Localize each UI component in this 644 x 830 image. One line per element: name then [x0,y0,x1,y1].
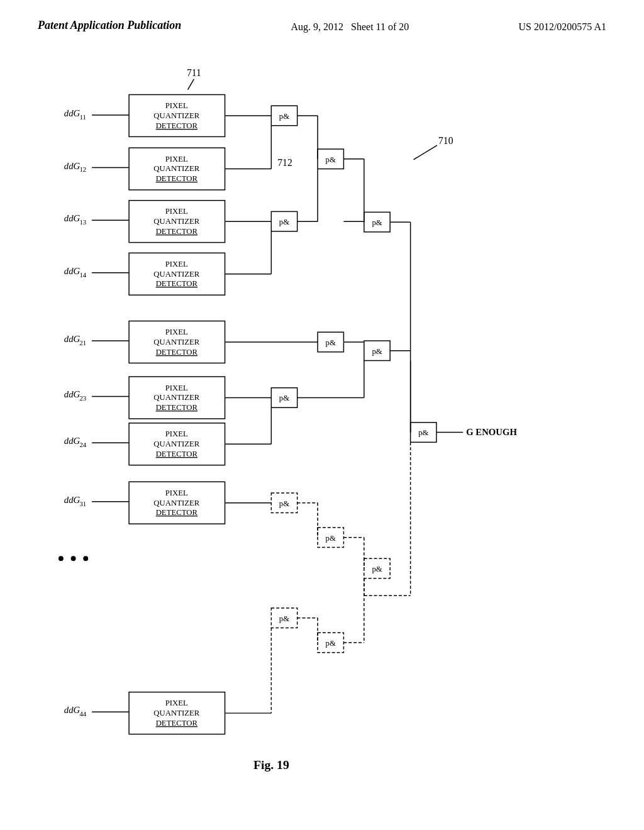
label-ddg31-sub: 31 [79,500,86,507]
svg-text:DETECTOR: DETECTOR [156,174,198,183]
label-ddg44: ddG [64,705,80,715]
svg-text:p&: p& [279,218,289,226]
label-ddg21-sub: 21 [79,339,86,346]
svg-text:PIXEL: PIXEL [165,260,188,268]
ellipsis-dot1 [58,556,64,561]
svg-text:PIXEL: PIXEL [165,155,188,163]
label-ddg14-sub: 14 [79,271,86,279]
label-ddg11: ddG [64,108,80,118]
publication-title: Patent Application Publication [38,19,181,32]
label-g-enough: G ENOUGH [466,427,517,437]
page-header: Patent Application Publication Aug. 9, 2… [0,0,644,39]
svg-line-1 [414,145,437,160]
label-ddg24: ddG [64,436,80,446]
diagram-area: text { font-family: 'Times New Roman', T… [0,39,644,794]
ref-711: 711 [187,67,201,78]
svg-text:QUANTIZER: QUANTIZER [153,217,200,226]
svg-text:DETECTOR: DETECTOR [156,403,198,412]
svg-text:QUANTIZER: QUANTIZER [153,393,200,402]
ellipsis-dot2 [71,556,76,561]
svg-text:p&: p& [279,112,289,121]
svg-text:QUANTIZER: QUANTIZER [153,709,200,717]
ref-710: 710 [438,135,453,146]
publication-number: US 2012/0200575 A1 [518,19,606,33]
svg-text:PIXEL: PIXEL [165,699,188,707]
label-ddg12: ddG [64,161,80,171]
svg-text:DETECTOR: DETECTOR [156,227,198,236]
svg-text:p&: p& [279,499,289,508]
svg-text:DETECTOR: DETECTOR [156,348,198,357]
label-ddg11-sub: 11 [79,113,86,121]
label-ddg24-sub: 24 [79,441,86,448]
publication-date: Aug. 9, 2012 Sheet 11 of 20 [291,19,409,33]
svg-text:PIXEL: PIXEL [165,101,188,110]
patent-diagram: text { font-family: 'Times New Roman', T… [0,39,644,794]
svg-text:QUANTIZER: QUANTIZER [153,499,200,507]
label-ddg23-sub: 23 [79,394,86,402]
svg-text:p&: p& [279,394,289,402]
svg-text:p&: p& [326,534,336,543]
svg-text:DETECTOR: DETECTOR [156,279,198,288]
fig-label: Fig. 19 [253,758,289,772]
svg-text:PIXEL: PIXEL [165,207,188,216]
label-ddg31: ddG [64,495,80,505]
svg-text:PIXEL: PIXEL [165,328,188,336]
svg-text:QUANTIZER: QUANTIZER [153,270,200,279]
svg-text:QUANTIZER: QUANTIZER [153,338,200,346]
label-ddg23: ddG [64,389,80,399]
svg-text:p&: p& [326,639,336,648]
svg-text:p&: p& [372,218,382,227]
svg-text:QUANTIZER: QUANTIZER [153,164,200,173]
svg-text:QUANTIZER: QUANTIZER [153,111,200,120]
svg-text:p&: p& [326,155,336,164]
svg-text:p&: p& [372,565,382,573]
label-ddg13: ddG [64,213,80,223]
svg-text:PIXEL: PIXEL [165,384,188,392]
svg-text:DETECTOR: DETECTOR [156,121,198,130]
svg-text:PIXEL: PIXEL [165,429,188,438]
svg-text:DETECTOR: DETECTOR [156,508,198,517]
svg-text:DETECTOR: DETECTOR [156,719,198,728]
svg-line-0 [188,79,194,90]
svg-text:p&: p& [279,614,289,623]
label-ddg14: ddG [64,266,80,276]
label-ddg44-sub: 44 [79,710,86,717]
label-ddg21: ddG [64,334,80,344]
ellipsis-dot3 [83,556,88,561]
label-ddg13-sub: 13 [79,218,86,226]
svg-text:DETECTOR: DETECTOR [156,450,198,458]
svg-text:QUANTIZER: QUANTIZER [153,440,200,448]
label-ddg12-sub: 12 [79,165,86,173]
ref-712: 712 [277,157,292,168]
svg-text:PIXEL: PIXEL [165,489,188,497]
svg-text:p&: p& [372,347,382,356]
svg-text:p&: p& [326,338,336,347]
svg-text:p&: p& [418,428,428,437]
